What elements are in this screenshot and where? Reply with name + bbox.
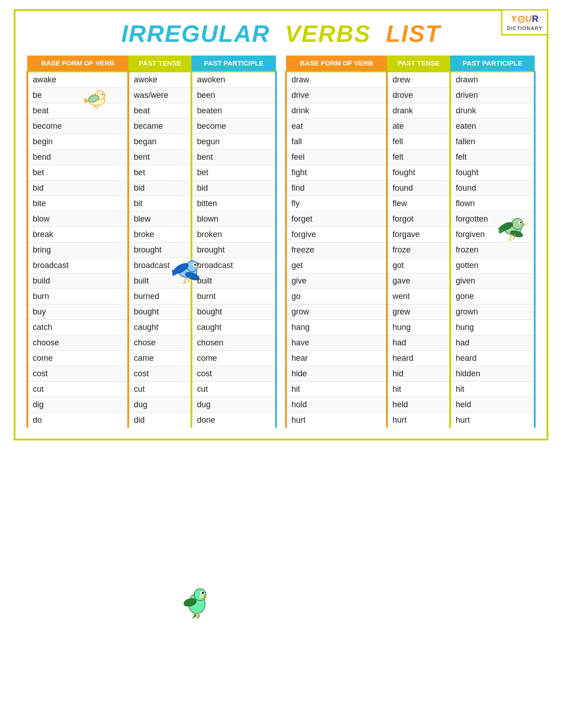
left-table: BASE FORM OF VERB PAST TENSE PAST PARTIC… [26,56,277,428]
cell-past: burned [128,289,191,304]
right-table-row: hithithit [286,382,535,397]
cell-base: buy [27,304,128,320]
cell-base: dig [27,397,128,413]
cell-past: forgave [387,227,450,243]
right-table-row: growgrewgrown [286,304,535,320]
cell-participle: bent [191,150,276,165]
cell-past: broadcast [128,258,191,273]
cell-base: give [286,273,387,289]
cell-base: begin [27,134,128,150]
cell-past: felt [387,150,450,165]
cell-participle: frozen [450,243,535,258]
right-table-header-row: BASE FORM OF VERB PAST TENSE PAST PARTIC… [286,56,535,72]
cell-participle: held [450,397,535,413]
cell-participle: broadcast [191,258,276,273]
cell-base: become [27,119,128,134]
cell-base: eat [286,119,387,134]
cell-past: got [387,258,450,273]
cell-past: blew [128,212,191,227]
left-table-row: comecamecome [27,351,276,366]
cell-past: built [128,273,191,289]
cell-participle: gone [450,289,535,304]
page-wrapper: Y⊙UR DICTIONARY IRREGULAR VERBS LIST [14,9,548,440]
cell-base: freeze [286,243,387,258]
cell-participle: blown [191,212,276,227]
cell-participle: come [191,351,276,366]
cell-participle: grown [450,304,535,320]
right-table-row: hurthurthurt [286,413,535,428]
cell-participle: flown [450,196,535,212]
right-table-row: gowentgone [286,289,535,304]
cell-past: drove [387,88,450,103]
cell-participle: awoken [191,72,276,88]
cell-participle: built [191,273,276,289]
cell-base: hold [286,397,387,413]
cell-participle: forgiven [450,227,535,243]
cell-base: bend [27,150,128,165]
cell-base: forgive [286,227,387,243]
cell-base: fly [286,196,387,212]
cell-past: cut [128,382,191,397]
cell-participle: hung [450,320,535,335]
cell-past: flew [387,196,450,212]
right-table-row: fightfoughtfought [286,165,535,181]
cell-past: hid [387,366,450,382]
cell-past: fell [387,134,450,150]
left-header-base: BASE FORM OF VERB [27,56,128,72]
cell-participle: driven [450,88,535,103]
left-header-participle: PAST PARTICIPLE [191,56,276,72]
cell-base: feel [286,150,387,165]
left-table-row: betbetbet [27,165,276,181]
cell-base: go [286,289,387,304]
right-header-base: BASE FORM OF VERB [286,56,387,72]
cell-past: was/were [128,88,191,103]
cell-past: chose [128,335,191,351]
cell-base: forget [286,212,387,227]
cell-past: forgot [387,212,450,227]
cell-base: awake [27,72,128,88]
cell-participle: fought [450,165,535,181]
left-table-row: beginbeganbegun [27,134,276,150]
cell-past: dug [128,397,191,413]
cell-past: became [128,119,191,134]
cell-past: beat [128,103,191,119]
cell-base: blow [27,212,128,227]
cell-base: grow [286,304,387,320]
cell-past: hurt [387,413,450,428]
cell-past: froze [387,243,450,258]
cell-participle: eaten [450,119,535,134]
cell-past: drew [387,72,450,88]
cell-past: did [128,413,191,428]
cell-participle: broken [191,227,276,243]
left-table-row: catchcaughtcaught [27,320,276,335]
left-table-row: bringbroughtbrought [27,243,276,258]
svg-marker-26 [192,612,197,619]
cell-participle: been [191,88,276,103]
right-table-row: drinkdrankdrunk [286,103,535,119]
cell-past: grew [387,304,450,320]
svg-point-23 [201,591,205,595]
cell-participle: felt [450,150,535,165]
cell-base: drink [286,103,387,119]
cell-participle: heard [450,351,535,366]
cell-base: hurt [286,413,387,428]
left-table-row: dodiddone [27,413,276,428]
cell-base: do [27,413,128,428]
left-table-row: bidbidbid [27,181,276,196]
cell-participle: chosen [191,335,276,351]
left-table-row: blowblewblown [27,212,276,227]
cell-base: cut [27,382,128,397]
right-table-row: givegavegiven [286,273,535,289]
cell-base: fight [286,165,387,181]
right-table-row: drivedrovedriven [286,88,535,103]
cell-participle: beaten [191,103,276,119]
cell-base: bring [27,243,128,258]
left-table-row: broadcastbroadcastbroadcast [27,258,276,273]
left-table-row: burnburnedburnt [27,289,276,304]
cell-participle: hurt [450,413,535,428]
cell-base: burn [27,289,128,304]
left-table-row: becomebecamebecome [27,119,276,134]
cell-base: hear [286,351,387,366]
cell-base: choose [27,335,128,351]
cell-participle: given [450,273,535,289]
